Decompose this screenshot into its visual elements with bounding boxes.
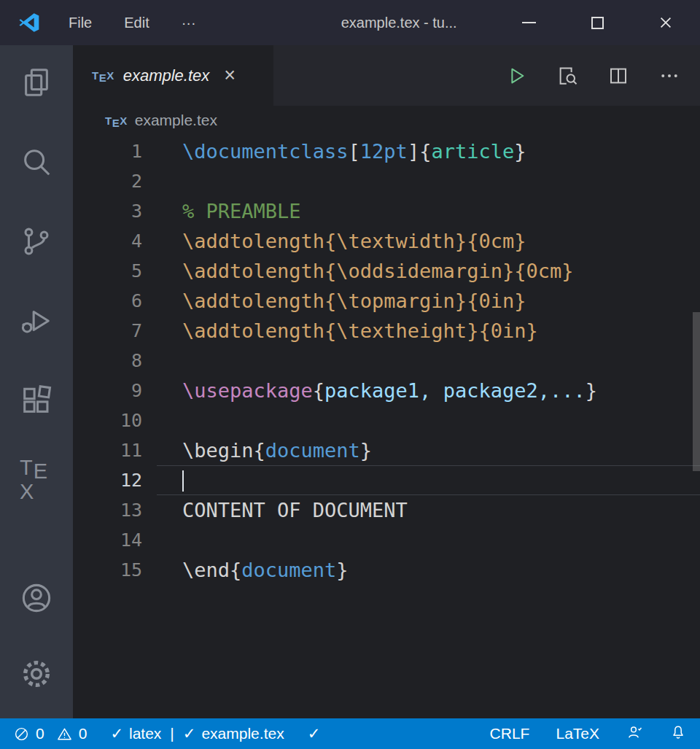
explorer-icon: [20, 66, 53, 99]
line-number: 12: [73, 465, 142, 495]
line-number: 8: [73, 346, 142, 376]
scrollbar[interactable]: [693, 312, 700, 471]
code-line-9[interactable]: 9\usepackage{package1, package2,...}: [73, 376, 700, 405]
code-text: \addtolength{\oddsidemargin}{0cm}: [142, 256, 573, 286]
code-text: \addtolength{\textwidth}{0cm}: [142, 226, 526, 256]
play-icon: [505, 65, 527, 87]
breadcrumb[interactable]: TEX example.tex: [73, 106, 700, 135]
view-pdf-button[interactable]: [556, 64, 579, 88]
search-icon: [20, 145, 53, 179]
tab-close-icon[interactable]: ×: [224, 66, 236, 85]
code-line-4[interactable]: 4\addtolength{\textwidth}{0cm}: [73, 226, 700, 256]
warning-icon: [56, 726, 73, 742]
code-text: \addtolength{\textheight}{0in}: [142, 316, 538, 346]
close-button[interactable]: [631, 0, 700, 45]
run-debug-icon: [20, 304, 53, 338]
code-line-3[interactable]: 3% PREAMBLE: [73, 196, 700, 226]
code-line-2[interactable]: 2: [73, 166, 700, 196]
separator: |: [170, 725, 174, 742]
code-line-7[interactable]: 7\addtolength{\textheight}{0in}: [73, 316, 700, 346]
run-latex-button[interactable]: [505, 64, 528, 88]
person-icon: [626, 723, 643, 741]
activitybar-tex[interactable]: TEX: [20, 463, 53, 497]
editor-actions: [505, 45, 700, 106]
code-line-6[interactable]: 6\addtolength{\topmargin}{0in}: [73, 286, 700, 316]
check-icon: ✓: [308, 725, 321, 742]
code-text: [142, 465, 184, 495]
titlebar: File Edit ··· example.tex - tu...: [0, 0, 700, 45]
ellipsis-icon: [658, 65, 680, 87]
window-controls: [494, 0, 700, 45]
activitybar-source-control[interactable]: [20, 225, 53, 258]
code-text: [142, 405, 182, 435]
check-icon: ✓: [110, 725, 123, 742]
bell-icon: [669, 723, 687, 741]
source-control-icon: [20, 225, 53, 258]
menu-edit[interactable]: Edit: [124, 15, 149, 31]
latex-linter-status[interactable]: ✓ latex | ✓ example.tex: [110, 725, 284, 742]
more-actions-button[interactable]: [658, 64, 681, 88]
eol-indicator[interactable]: CRLF: [490, 725, 530, 742]
line-number: 10: [73, 405, 142, 435]
code-text: \end{document}: [142, 555, 349, 585]
activitybar-explorer[interactable]: [20, 66, 53, 99]
code-line-13[interactable]: 13CONTENT OF DOCUMENT: [73, 495, 700, 525]
window-title: example.tex - tu...: [341, 15, 457, 31]
minimize-icon: [522, 22, 536, 23]
code-line-14[interactable]: 14: [73, 525, 700, 555]
activitybar-settings[interactable]: [20, 657, 53, 691]
activitybar-run-debug[interactable]: [20, 304, 53, 338]
split-editor-button[interactable]: [607, 64, 630, 88]
close-icon: [658, 15, 674, 31]
code-text: \addtolength{\topmargin}{0in}: [142, 286, 526, 316]
line-number: 5: [73, 256, 142, 286]
line-number: 6: [73, 286, 142, 316]
code-line-11[interactable]: 11\begin{document}: [73, 435, 700, 465]
vscode-window: File Edit ··· example.tex - tu...: [0, 0, 700, 749]
minimize-button[interactable]: [494, 0, 563, 45]
line-number: 3: [73, 196, 142, 226]
statusbar: 0 0 ✓ latex | ✓ example.tex ✓ CRLF L: [0, 718, 700, 749]
menu-more[interactable]: ···: [182, 15, 196, 31]
notifications-button[interactable]: [669, 723, 687, 745]
warning-count: 0: [79, 725, 88, 742]
menu-file[interactable]: File: [69, 15, 92, 31]
line-number: 14: [73, 525, 142, 555]
activitybar-accounts[interactable]: [20, 581, 53, 615]
tab-example-tex[interactable]: TEX example.tex ×: [73, 45, 273, 106]
linter-label: latex: [129, 725, 161, 742]
activitybar-extensions[interactable]: [20, 384, 53, 417]
language-indicator[interactable]: LaTeX: [556, 725, 599, 742]
extensions-icon: [20, 384, 53, 417]
code-line-15[interactable]: 15\end{document}: [73, 555, 700, 585]
code-text: [142, 525, 182, 555]
menubar: File Edit ···: [69, 15, 196, 31]
line-number: 15: [73, 555, 142, 585]
code-text: \begin{document}: [142, 435, 372, 465]
maximize-button[interactable]: [563, 0, 631, 45]
code-text: \usepackage{package1, package2,...}: [142, 376, 597, 405]
split-editor-icon: [607, 65, 629, 87]
editor-group: TEX example.tex ×: [73, 45, 700, 718]
code-line-8[interactable]: 8: [73, 346, 700, 376]
line-number: 7: [73, 316, 142, 346]
error-icon: [13, 726, 30, 742]
code-line-10[interactable]: 10: [73, 405, 700, 435]
problems-indicator[interactable]: 0 0: [13, 725, 87, 742]
activitybar: TEX: [0, 45, 73, 718]
line-number: 2: [73, 166, 142, 196]
account-status-button[interactable]: [626, 723, 643, 745]
file-label: example.tex: [201, 725, 284, 742]
code-editor[interactable]: 1\documentclass[12pt]{article}23% PREAMB…: [73, 135, 700, 585]
code-line-1[interactable]: 1\documentclass[12pt]{article}: [73, 136, 700, 166]
compile-status[interactable]: ✓: [308, 725, 321, 742]
breadcrumb-item[interactable]: example.tex: [135, 112, 217, 129]
settings-gear-icon: [20, 657, 53, 691]
line-number: 11: [73, 435, 142, 465]
tab-label: example.tex: [123, 66, 210, 85]
code-text: % PREAMBLE: [142, 196, 301, 226]
code-line-12[interactable]: 12: [73, 465, 700, 495]
code-text: CONTENT OF DOCUMENT: [142, 495, 408, 525]
activitybar-search[interactable]: [20, 145, 53, 179]
code-line-5[interactable]: 5\addtolength{\oddsidemargin}{0cm}: [73, 256, 700, 286]
